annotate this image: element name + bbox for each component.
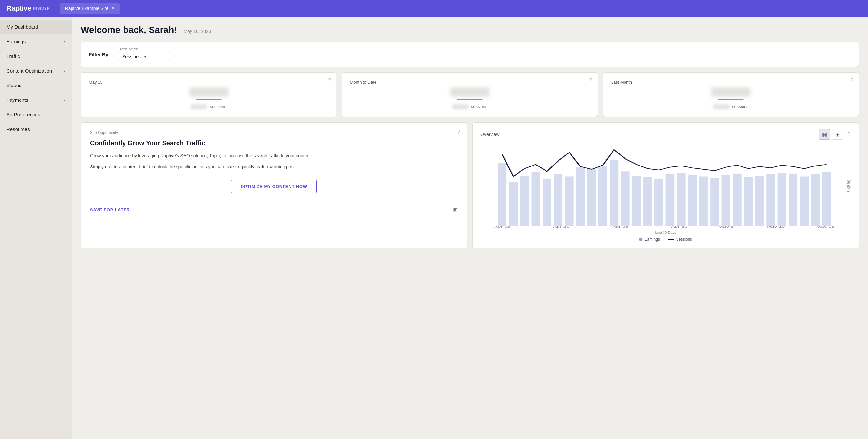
stat-sessions-row: sessions (713, 104, 749, 109)
svg-text:Apr 20: Apr 20 (553, 225, 569, 228)
svg-text:Apr 15: Apr 15 (494, 225, 510, 228)
opportunity-desc-1: Grow your audience by leveraging Raptive… (90, 152, 458, 159)
sidebar-item-label: Resources (6, 126, 30, 132)
svg-rect-26 (766, 174, 775, 226)
sidebar-item-payments[interactable]: Payments › (0, 93, 71, 107)
legend-sessions: Sessions (668, 237, 692, 242)
stat-sessions-row: sessions (452, 104, 488, 109)
svg-rect-5 (531, 172, 540, 226)
svg-rect-23 (733, 174, 742, 226)
stat-sessions-row: sessions (191, 104, 226, 109)
svg-text:May 5: May 5 (718, 225, 734, 228)
help-icon[interactable]: ? (328, 78, 331, 84)
stats-row: May 15 ? sessions Month to Date ? (81, 72, 859, 117)
legend-sessions-label: Sessions (676, 237, 692, 242)
svg-rect-28 (789, 174, 798, 226)
stat-value-blurred (711, 87, 750, 96)
select-arrow-icon: ▼ (143, 54, 147, 59)
stat-value-blurred (450, 87, 489, 96)
traffic-metric-group: Traffic Metric Sessions ▼ (118, 47, 170, 61)
tab-close-button[interactable]: × (112, 5, 115, 11)
stat-sessions-label: sessions (732, 104, 749, 109)
svg-rect-29 (800, 177, 808, 226)
sessions-select[interactable]: Sessions ▼ (118, 52, 170, 61)
topbar: Raptive INSIDER Raptive Example Site × (0, 0, 868, 17)
chevron-right-icon: › (64, 68, 65, 73)
svg-text:Apr 25: Apr 25 (612, 225, 629, 228)
sidebar: My Dashboard Earnings › Traffic Content … (0, 17, 71, 439)
page-title: Welcome back, Sarah! (81, 25, 177, 35)
help-icon[interactable]: ? (850, 78, 854, 84)
bottom-row: Site Opportunity ? Confidently Grow Your… (81, 122, 859, 248)
sidebar-item-videos[interactable]: Videos (0, 78, 71, 93)
sidebar-item-label: Traffic (6, 53, 20, 59)
sidebar-item-label: My Dashboard (6, 24, 38, 30)
opportunity-help-icon[interactable]: ? (457, 129, 460, 135)
sidebar-item-traffic[interactable]: Traffic (0, 49, 71, 63)
stat-card-mtd: Month to Date ? sessions (342, 72, 597, 117)
stat-title: Month to Date (350, 80, 376, 85)
opportunity-section-label: Site Opportunity (90, 130, 458, 135)
chart-table-icon: ⊞ (836, 131, 840, 138)
help-icon[interactable]: ? (589, 78, 592, 84)
stat-title: Last Month (611, 80, 632, 85)
optimize-btn-row: OPTIMIZE MY CONTENT NOW (90, 180, 458, 193)
overview-chart: Earnings Sessions (479, 145, 852, 229)
stat-card-may15: May 15 ? sessions (81, 72, 337, 117)
dismiss-icon[interactable]: ⊠ (453, 206, 458, 214)
stat-underline (196, 99, 222, 100)
svg-rect-6 (542, 178, 551, 226)
stat-value-area: sessions (611, 85, 851, 110)
svg-rect-7 (554, 174, 562, 226)
sidebar-item-dashboard[interactable]: My Dashboard (0, 20, 71, 34)
sidebar-item-resources[interactable]: Resources (0, 122, 71, 137)
svg-text:May 10: May 10 (767, 225, 785, 228)
overview-controls: ▦ ⊞ (818, 129, 843, 140)
chevron-right-icon: › (64, 39, 65, 44)
svg-rect-11 (598, 166, 607, 226)
overview-header: Overview ▦ ⊞ ? (480, 129, 851, 140)
chart-bar-icon: ▦ (822, 131, 827, 138)
sidebar-item-content-optimization[interactable]: Content Optimization › (0, 63, 71, 78)
chart-table-button[interactable]: ⊞ (832, 129, 843, 140)
sidebar-item-ad-preferences[interactable]: Ad Preferences (0, 107, 71, 122)
svg-rect-14 (632, 176, 641, 226)
browser-tab[interactable]: Raptive Example Site × (60, 3, 120, 14)
save-later-button[interactable]: SAVE FOR LATER (90, 207, 130, 212)
svg-rect-21 (710, 178, 719, 226)
svg-rect-30 (811, 174, 820, 226)
svg-rect-25 (755, 176, 764, 226)
page-header: Welcome back, Sarah! May 16, 2023 (81, 25, 859, 35)
opportunity-desc-2: Simply create a content brief to unlock … (90, 163, 458, 170)
stat-underline (457, 99, 483, 100)
sidebar-item-earnings[interactable]: Earnings › (0, 34, 71, 49)
stat-underline (718, 99, 744, 100)
legend-earnings-label: Earnings (644, 237, 660, 242)
main-layout: My Dashboard Earnings › Traffic Content … (0, 17, 868, 439)
svg-rect-8 (565, 177, 574, 226)
stat-value-blurred (189, 87, 228, 96)
main-content: Welcome back, Sarah! May 16, 2023 Filter… (71, 17, 868, 439)
stat-value-area: sessions (89, 85, 328, 110)
svg-rect-20 (699, 177, 708, 226)
chart-container: Earnings Sessions (479, 145, 852, 229)
svg-rect-3 (509, 182, 518, 226)
save-later-row: SAVE FOR LATER ⊠ (90, 206, 458, 214)
stat-card-last-month: Last Month ? sessions (603, 72, 859, 117)
svg-rect-15 (643, 177, 652, 226)
svg-text:May 15: May 15 (816, 225, 835, 228)
chevron-right-icon: › (64, 98, 65, 103)
chart-bar-button[interactable]: ▦ (818, 129, 830, 140)
svg-rect-4 (520, 176, 529, 226)
svg-rect-27 (778, 173, 786, 226)
sessions-value: Sessions (122, 54, 141, 59)
optimize-button[interactable]: OPTIMIZE MY CONTENT NOW (231, 180, 317, 193)
opportunity-divider (90, 201, 458, 201)
sidebar-item-label: Payments (6, 97, 28, 103)
page-date: May 16, 2023 (184, 29, 211, 34)
logo-text: Raptive (6, 4, 31, 13)
svg-rect-16 (654, 178, 663, 226)
sessions-line (668, 239, 674, 240)
overview-help-icon[interactable]: ? (848, 131, 851, 137)
stat-sessions-blurred (713, 105, 730, 109)
